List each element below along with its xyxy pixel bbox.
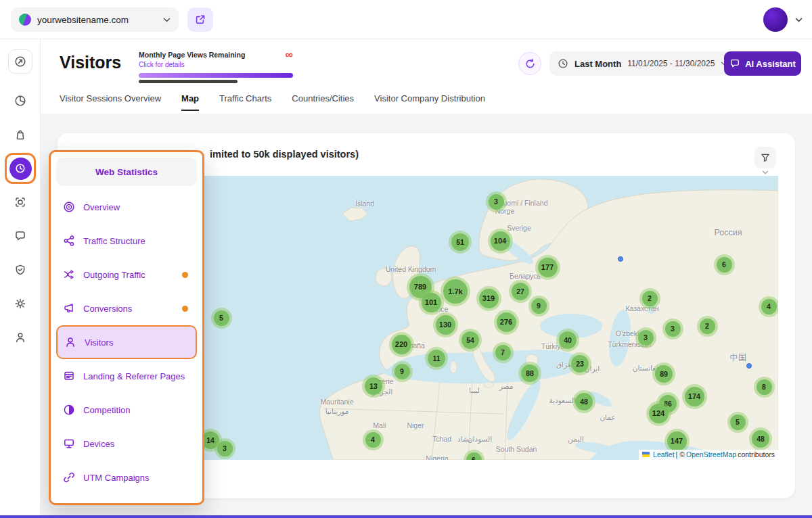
map-cluster-marker[interactable]: 4 <box>365 432 381 448</box>
overview-icon <box>63 201 75 213</box>
menu-item-overview[interactable]: Overview <box>56 190 197 224</box>
map-place-label: Россия <box>715 228 742 237</box>
tab-visitor-company-distribution[interactable]: Visitor Company Distribution <box>374 93 485 111</box>
map-cluster-marker[interactable]: 48 <box>752 430 769 448</box>
map-cluster-marker[interactable]: 177 <box>538 258 558 277</box>
map-place-label: South Sudan <box>496 445 537 453</box>
map-card-title: imited to 50k displayed visitors) <box>210 149 359 160</box>
map-place-label: موريتانيا <box>325 407 349 415</box>
site-logo-icon <box>19 14 31 26</box>
map-place-label: ليبيا <box>469 386 480 394</box>
map-cluster-marker[interactable]: 3 <box>217 441 233 456</box>
quota-progress-bar <box>139 73 293 78</box>
clock-icon <box>558 58 568 69</box>
menu-item-traffic-structure[interactable]: Traffic Structure <box>56 224 197 258</box>
map-filter-button[interactable] <box>754 147 776 168</box>
map-cluster-marker[interactable]: 147 <box>667 431 687 451</box>
map-cluster-marker[interactable]: 101 <box>422 293 441 312</box>
map-cluster-marker[interactable]: 88 <box>521 364 539 382</box>
map-single-marker[interactable] <box>618 256 623 262</box>
icon-sidebar <box>0 39 41 518</box>
map-cluster-marker[interactable]: 3 <box>489 194 504 210</box>
menu-item-outgoing-traffic[interactable]: Outgoing Traffic <box>56 258 197 291</box>
map-cluster-marker[interactable]: 27 <box>512 283 529 300</box>
menu-item-competition[interactable]: Competition <box>56 393 197 427</box>
map-place-label: Sverige <box>507 224 531 232</box>
map-cluster-marker[interactable]: 4 <box>761 299 777 314</box>
map-place-label: Suomi / Finland <box>499 199 548 207</box>
map-cluster-marker[interactable]: 319 <box>479 289 499 308</box>
shield-icon[interactable] <box>14 264 26 276</box>
map-cluster-marker[interactable]: 104 <box>491 231 510 251</box>
tab-map[interactable]: Map <box>181 93 199 111</box>
competition-icon <box>63 404 75 416</box>
shopping-bag-icon[interactable] <box>14 128 26 141</box>
map-cluster-marker[interactable]: 13 <box>365 377 382 395</box>
avatar[interactable] <box>763 7 788 32</box>
main-area: Visitors Monthly Page Views Remaining ∞ … <box>41 39 812 518</box>
menu-item-landing-referrer-pages[interactable]: Landing & Referrer Pages <box>56 359 197 393</box>
map-place-label: Казахстан <box>625 304 658 312</box>
menu-item-conversions[interactable]: Conversions <box>56 291 197 325</box>
menu-item-devices[interactable]: Devices <box>56 427 197 461</box>
map-place-label: United Kingdom <box>386 265 436 273</box>
utm-campaigns-icon <box>63 471 75 484</box>
open-site-button[interactable] <box>187 7 213 32</box>
map-cluster-marker[interactable]: 7 <box>495 345 511 360</box>
map-cluster-marker[interactable]: 276 <box>497 312 516 332</box>
map-cluster-marker[interactable]: 6 <box>717 257 732 273</box>
quota-details-link[interactable]: Click for details <box>139 61 293 68</box>
quota-title: Monthly Page Views Remaining <box>139 51 245 59</box>
date-range-selector[interactable]: Last Month 11/01/2025 - 11/30/2025 <box>549 51 736 76</box>
avatar-chevron-down-icon[interactable] <box>795 18 803 22</box>
menu-item-label: Competition <box>83 405 130 415</box>
map-cluster-marker[interactable]: 3 <box>638 330 654 346</box>
filter-chevron-down-icon[interactable] <box>762 170 769 174</box>
landing-referrer-icon <box>63 370 75 382</box>
sidebar-item-web-statistics[interactable] <box>5 153 36 184</box>
map-cluster-marker[interactable]: 5 <box>730 415 746 430</box>
settings-gear-icon[interactable] <box>14 298 26 310</box>
ai-assistant-button[interactable]: AI Assistant <box>724 51 801 76</box>
map-cluster-marker[interactable]: 220 <box>392 335 411 354</box>
map-cluster-marker[interactable]: 48 <box>575 393 593 410</box>
tab-traffic-charts[interactable]: Traffic Charts <box>219 93 271 111</box>
refresh-button[interactable] <box>518 52 541 75</box>
map-cluster-marker[interactable]: 89 <box>655 365 673 383</box>
web-statistics-menu: Web Statistics Overview Traffic Structur… <box>49 150 204 505</box>
navigate-icon[interactable] <box>8 49 32 74</box>
map-cluster-marker[interactable]: 23 <box>571 355 589 373</box>
map-place-label: اليمن <box>568 435 583 443</box>
scan-icon[interactable] <box>14 196 26 208</box>
site-selector[interactable]: yourwebsitename.com <box>11 7 179 32</box>
openstreetmap-link[interactable]: OpenStreetMap <box>686 450 736 458</box>
map-cluster-marker[interactable]: 3 <box>665 321 681 337</box>
map-single-marker[interactable] <box>746 363 752 369</box>
map-cluster-marker[interactable]: 130 <box>436 315 455 335</box>
map-place-label: Ísland <box>355 199 374 208</box>
map-cluster-marker[interactable]: 40 <box>559 331 577 349</box>
refresh-icon <box>524 58 536 70</box>
map-place-label: عمان <box>600 413 615 421</box>
menu-item-utm-campaigns[interactable]: UTM Campaigns <box>56 461 197 494</box>
user-location-icon[interactable] <box>14 331 26 344</box>
map-cluster-marker[interactable]: 11 <box>428 350 445 367</box>
pie-chart-icon[interactable] <box>14 95 26 107</box>
menu-item-visitors[interactable]: Visitors <box>56 325 197 359</box>
map-cluster-marker[interactable]: 9 <box>531 298 547 314</box>
map-cluster-marker[interactable]: 51 <box>451 233 469 251</box>
map-cluster-marker[interactable]: 2 <box>642 291 658 306</box>
map-cluster-marker[interactable]: 9 <box>394 364 410 379</box>
map-cluster-marker[interactable]: 1.7k <box>443 279 468 304</box>
map-cluster-marker[interactable]: 2 <box>700 319 715 334</box>
map-cluster-marker[interactable]: 8 <box>757 379 772 395</box>
tab-visitor-sessions-overview[interactable]: Visitor Sessions Overview <box>60 93 161 111</box>
tab-countries-cities[interactable]: Countries/Cities <box>292 93 354 111</box>
map-cluster-marker[interactable]: 5 <box>214 310 229 326</box>
notification-dot <box>182 306 188 312</box>
map-cluster-marker[interactable]: 174 <box>685 387 704 406</box>
map-cluster-marker[interactable]: 124 <box>649 404 669 423</box>
map-cluster-marker[interactable]: 54 <box>461 331 479 349</box>
leaflet-link[interactable]: Leaflet <box>653 450 675 458</box>
chat-icon[interactable] <box>14 230 26 242</box>
